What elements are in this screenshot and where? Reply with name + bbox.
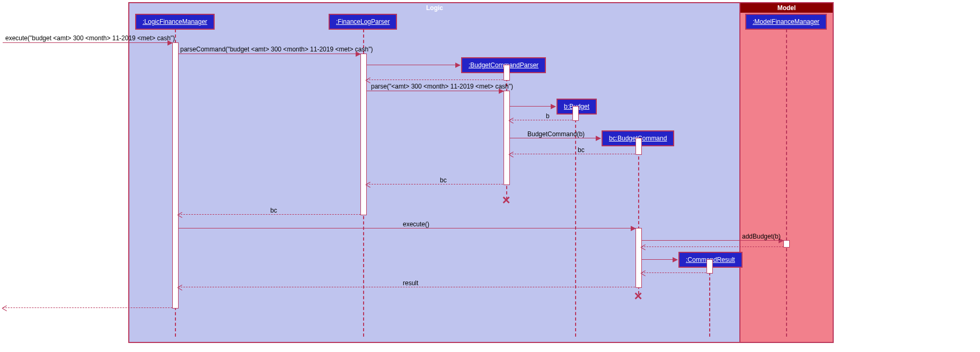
activation-flp (360, 54, 367, 215)
msg-return-bc2 (366, 184, 503, 185)
msg-return-bc1-label: bc (578, 146, 585, 154)
lifeline-budget (575, 114, 576, 337)
msg-addBudget (641, 240, 783, 241)
msg-create-bc (509, 138, 601, 139)
participant-mfm: :ModelFinanceManager (745, 14, 827, 30)
msg-execute2 (178, 228, 635, 229)
activation-bc-2 (635, 228, 642, 288)
msg-return-bcp-create (366, 80, 503, 81)
msg-return-bc2-label: bc (440, 177, 447, 184)
activation-bcp-1 (504, 65, 510, 81)
msg-return-mfm (641, 247, 783, 248)
frame-logic-title: Logic (426, 3, 443, 13)
participant-flp: :FinanceLogParser (329, 14, 397, 30)
msg-return-external (3, 307, 172, 309)
msg-parseCommand-label: parseCommand("budget <amt> 300 <month> 1… (180, 46, 373, 53)
msg-create-budget (509, 106, 555, 107)
activation-lfm (172, 42, 179, 309)
msg-return-b-label: b (546, 112, 550, 120)
destroy-bc: × (633, 291, 643, 301)
activation-mfm (783, 240, 790, 248)
lifeline-cr (709, 267, 710, 337)
msg-return-b (509, 120, 572, 121)
msg-execute-in-label: execute("budget <amt> 300 <month> 11-201… (5, 34, 175, 42)
activation-cr (707, 259, 713, 274)
sequence-diagram: Logic Model :LogicFinanceManager :Financ… (0, 0, 980, 352)
msg-execute-in (3, 42, 172, 43)
msg-return-bc3-label: bc (270, 207, 277, 214)
msg-return-cr (641, 272, 706, 274)
activation-bc-1 (635, 138, 642, 155)
msg-parseCommand (178, 54, 360, 55)
msg-return-bc1 (509, 154, 635, 155)
msg-return-result (178, 287, 635, 288)
msg-addBudget-label: addBudget(b) (742, 233, 781, 240)
msg-return-bc3 (178, 214, 360, 215)
destroy-bcp: × (501, 195, 511, 205)
msg-parse (366, 91, 504, 92)
msg-create-bc-label: BudgetCommand(b) (527, 130, 585, 138)
activation-budget (572, 106, 579, 121)
msg-create-bcp (366, 65, 460, 66)
msg-return-result-label: result (403, 279, 418, 287)
msg-create-cr (641, 259, 677, 260)
frame-model-title: Model (740, 3, 833, 13)
msg-parse-label: parse("<amt> 300 <month> 11-2019 <met> c… (371, 83, 513, 90)
msg-execute2-label: execute() (403, 221, 429, 228)
participant-lfm: :LogicFinanceManager (135, 14, 215, 30)
lifeline-mfm (786, 29, 787, 337)
